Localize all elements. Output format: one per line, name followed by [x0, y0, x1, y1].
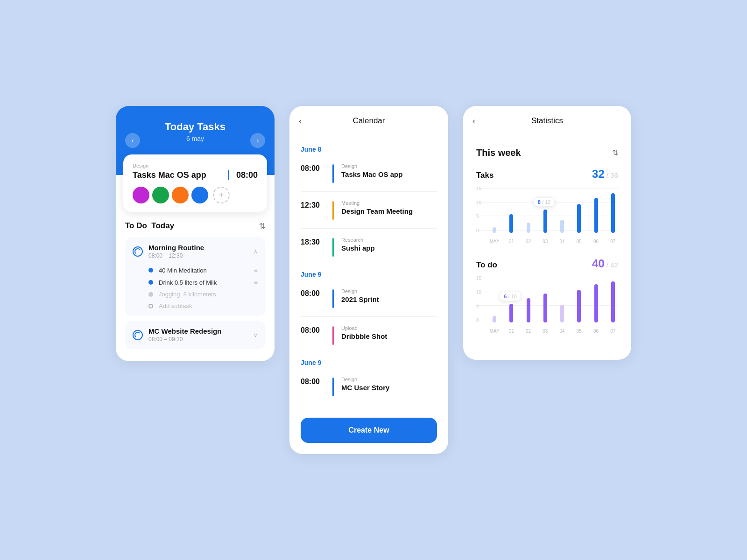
todo-x-04: 04 [557, 329, 567, 334]
cal-title-2: Design Team Meeting [341, 207, 413, 215]
stats-tasks-header: Taks 32 / 36 [476, 168, 618, 181]
todo-bar-col-may [489, 316, 500, 322]
cal-time-3: 18:30 [301, 237, 325, 246]
expand-mc[interactable]: ∨ [254, 332, 258, 338]
todo-bar-04 [560, 305, 564, 322]
create-new-button[interactable]: Create New [301, 418, 437, 443]
todo-bar-col-07 [608, 281, 618, 322]
cal-event-6: 08:00 Design MC User Story [301, 372, 437, 401]
bar-01 [509, 214, 513, 233]
todo-x-05: 05 [574, 329, 584, 334]
task-card-time: 08:00 [228, 170, 258, 180]
cal-cat-2: Meeting [341, 200, 413, 206]
todo-bar-03 [543, 294, 547, 322]
cal-bar-4 [332, 289, 334, 308]
cal-title-1: Tasks Mac OS app [341, 170, 402, 178]
bar-07 [611, 193, 615, 233]
stats-title: Statistics [531, 116, 563, 126]
subtask-left-3: Jogging, 8 kilometers [148, 291, 216, 298]
todo-check-mc[interactable] [133, 330, 143, 340]
next-day-button[interactable]: › [250, 133, 265, 148]
stats-week-label: This week [476, 147, 521, 158]
stats-header: ‹ Statistics [463, 106, 631, 136]
panels-container: ‹ Today Tasks 6 may › Design Tasks Mac O… [116, 106, 631, 454]
cal-title-6: MC User Story [341, 384, 389, 392]
todo-x-01: 01 [506, 329, 516, 334]
x-04: 04 [557, 239, 567, 244]
todo-info-mc: MC Website Redesign 08:00 – 09:30 [148, 327, 221, 343]
add-avatar-button[interactable]: + [213, 187, 230, 203]
subtask-dot-1 [148, 268, 153, 273]
calendar-back-button[interactable]: ‹ [299, 116, 302, 126]
todo-bar-01-tooltip: 6 / 10 [500, 292, 521, 301]
todo-bars: 6 / 10 [489, 280, 618, 322]
todo-bar-06 [594, 284, 598, 322]
stats-content: This week ⇅ Taks 32 / 36 15 [463, 136, 631, 360]
todo-bar-col-03 [540, 294, 550, 322]
stats-back-button[interactable]: ‹ [472, 116, 475, 126]
todo-check-morning[interactable] [133, 246, 143, 257]
prev-day-button[interactable]: ‹ [125, 133, 140, 148]
x-03: 03 [540, 239, 550, 244]
bar-02 [527, 223, 530, 233]
drag-icon-2: ≡ [254, 279, 258, 286]
bar-col-02 [523, 223, 534, 233]
stats-todo-header: To do 40 / 42 [476, 257, 618, 270]
task-card-title: Tasks Mac OS app [133, 170, 206, 180]
cal-event-1: 08:00 Design Tasks Mac OS app [301, 159, 437, 188]
task-card-row: Tasks Mac OS app 08:00 [133, 170, 258, 180]
todo-bar-col-06 [591, 284, 601, 322]
todo-bar-col-02 [523, 298, 534, 322]
avatar-2 [152, 187, 169, 203]
todo-info-morning: Morning Routine 08:00 – 12:30 [148, 244, 204, 259]
bar-06 [594, 198, 598, 233]
todo-section: To Do Today ⇅ Morning Routine 08:00 – 12… [116, 212, 275, 361]
bar-col-05 [574, 204, 584, 233]
stats-todo-count: 40 / 42 [592, 257, 618, 270]
subtask-text-4[interactable]: Add subtask [159, 302, 192, 309]
cal-date-june8: June 8 [301, 136, 437, 159]
todo-x-07: 07 [608, 329, 618, 334]
cal-divider-4 [301, 316, 437, 317]
stats-tasks-count: 32 / 36 [592, 168, 618, 181]
x-05: 05 [574, 239, 584, 244]
cal-bar-5 [332, 326, 334, 345]
today-date: 6 may [127, 135, 263, 142]
todo-title-morning: Morning Routine [148, 244, 204, 252]
subtask-left: 40 Min Meditation [148, 267, 207, 274]
sort-icon[interactable]: ⇅ [259, 222, 265, 231]
cal-title-4: 2021 Sprint [341, 295, 379, 303]
todo-bar-col-05 [574, 290, 584, 322]
expand-morning[interactable]: ∧ [254, 248, 258, 255]
x-06: 06 [591, 239, 601, 244]
todo-x-may: MAY [489, 329, 500, 334]
cal-bar-1 [332, 164, 334, 183]
todo-item-mc: MC Website Redesign 08:00 – 09:30 ∨ [125, 321, 265, 349]
subtask-dot-2 [148, 280, 153, 285]
drag-icon-1: ≡ [254, 266, 258, 274]
bar-05 [577, 204, 581, 233]
bar-col-06 [591, 198, 601, 233]
todo-item-mc-top: MC Website Redesign 08:00 – 09:30 ∨ [133, 327, 258, 343]
calendar-title: Calendar [353, 116, 385, 126]
x-may: MAY [489, 239, 500, 244]
cal-time-2: 12:30 [301, 200, 325, 210]
bar-col-07 [608, 193, 618, 233]
tasks-bar-chart: 15 10 5 0 8 / 12 [476, 188, 618, 244]
todo-bar-01 [509, 304, 513, 322]
todo-bar-chart: 15 10 5 0 6 / 10 [476, 278, 618, 334]
stats-week-sort-icon[interactable]: ⇅ [612, 148, 618, 157]
cal-info-1: Design Tasks Mac OS app [341, 163, 402, 178]
featured-task-card: Design Tasks Mac OS app 08:00 + [123, 154, 267, 212]
tasks-bars: 8 / 12 [489, 191, 618, 233]
cal-info-2: Meeting Design Team Meeting [341, 200, 413, 215]
cal-info-4: Design 2021 Sprint [341, 288, 379, 303]
bar-col-03: 8 / 12 [540, 210, 550, 233]
cal-info-5: Upload Dribbble Shot [341, 325, 387, 340]
avatar-row: + [133, 187, 258, 203]
subtask-meditation: 40 Min Meditation ≡ [148, 262, 258, 274]
x-01: 01 [506, 239, 516, 244]
todo-x-03: 03 [540, 329, 550, 334]
subtask-add[interactable]: Add subtask [148, 298, 258, 309]
stats-todo-title: To do [476, 260, 497, 270]
